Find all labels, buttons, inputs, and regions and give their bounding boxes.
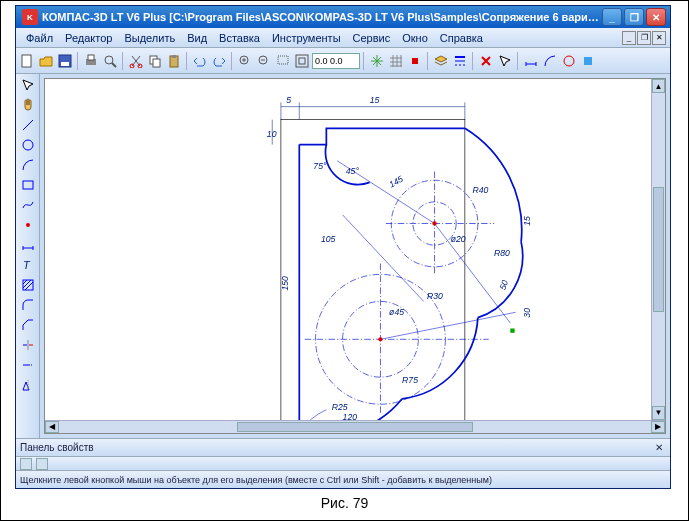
vertical-scrollbar[interactable]: ▲ ▼ <box>651 79 665 420</box>
layer-icon[interactable] <box>432 52 450 70</box>
select-tool-icon[interactable] <box>19 76 37 94</box>
zoom-window-icon[interactable] <box>274 52 292 70</box>
separator-icon <box>427 52 429 70</box>
dim-icon[interactable] <box>522 52 540 70</box>
dim-tool-icon[interactable] <box>19 236 37 254</box>
side-toolbar: T <box>16 74 40 438</box>
redo-icon[interactable] <box>210 52 228 70</box>
vscroll-track[interactable] <box>652 93 665 406</box>
point-tool-icon[interactable] <box>19 216 37 234</box>
strip-btn-2[interactable] <box>36 458 48 470</box>
dim-120: 120 <box>343 412 358 419</box>
minimize-button[interactable]: _ <box>602 8 622 26</box>
pan-icon[interactable] <box>368 52 386 70</box>
hatch-tool-icon[interactable] <box>19 276 37 294</box>
panel-close-icon[interactable]: ✕ <box>652 442 666 453</box>
mirror-tool-icon[interactable] <box>19 376 37 394</box>
svg-point-31 <box>23 140 33 150</box>
strip-btn-1[interactable] <box>20 458 32 470</box>
text-tool-icon[interactable]: T <box>19 256 37 274</box>
close-button[interactable]: ✕ <box>646 8 666 26</box>
mdi-buttons: _ ❐ ✕ <box>622 31 666 45</box>
horizontal-scrollbar[interactable]: ◀ ▶ <box>45 420 665 434</box>
misc-icon[interactable] <box>560 52 578 70</box>
menu-help[interactable]: Справка <box>434 30 489 46</box>
menu-edit[interactable]: Редактор <box>59 30 118 46</box>
svg-point-33 <box>26 223 30 227</box>
dim-right-15: 15 <box>522 216 532 226</box>
save-icon[interactable] <box>56 52 74 70</box>
zoom-out-icon[interactable] <box>255 52 273 70</box>
scroll-right-icon[interactable]: ▶ <box>651 421 665 434</box>
arc-icon[interactable] <box>541 52 559 70</box>
svg-rect-21 <box>412 58 418 64</box>
styles-icon[interactable] <box>451 52 469 70</box>
dim-top-width: 15 <box>370 95 380 105</box>
svg-rect-48 <box>281 120 465 420</box>
dim-r75: R75 <box>402 375 418 385</box>
menu-select[interactable]: Выделить <box>118 30 181 46</box>
coord-field[interactable]: 0.0 0.0 <box>312 53 360 69</box>
hand-tool-icon[interactable] <box>19 96 37 114</box>
status-bar: Щелкните левой кнопкой мыши на объекте д… <box>16 470 670 488</box>
mdi-close[interactable]: ✕ <box>652 31 666 45</box>
new-icon[interactable] <box>18 52 36 70</box>
dim-145: 145 <box>387 174 405 190</box>
svg-rect-12 <box>172 55 176 58</box>
window-buttons: _ ❐ ✕ <box>602 8 666 26</box>
menu-service[interactable]: Сервис <box>347 30 397 46</box>
menu-insert[interactable]: Вставка <box>213 30 266 46</box>
app-name: КОМПАС-3D LT V6 Plus <box>42 11 166 23</box>
spline-tool-icon[interactable] <box>19 196 37 214</box>
menu-file[interactable]: Файл <box>20 30 59 46</box>
vscroll-thumb[interactable] <box>653 187 664 312</box>
maximize-button[interactable]: ❐ <box>624 8 644 26</box>
snap-icon[interactable] <box>406 52 424 70</box>
dim-top-gap: 5 <box>286 95 291 105</box>
drawing-area[interactable]: 5 15 10 <box>45 79 651 420</box>
dim-50: 50 <box>497 279 510 292</box>
delete-icon[interactable] <box>477 52 495 70</box>
svg-rect-0 <box>22 55 31 67</box>
grid-icon[interactable] <box>387 52 405 70</box>
menu-view[interactable]: Вид <box>181 30 213 46</box>
svg-rect-38 <box>23 280 33 290</box>
paste-icon[interactable] <box>165 52 183 70</box>
preview-icon[interactable] <box>101 52 119 70</box>
fillet-tool-icon[interactable] <box>19 296 37 314</box>
svg-rect-10 <box>153 59 160 67</box>
hscroll-thumb[interactable] <box>237 422 474 433</box>
trim-tool-icon[interactable] <box>19 336 37 354</box>
app-window: K КОМПАС-3D LT V6 Plus [C:\Program Files… <box>15 5 671 489</box>
scroll-left-icon[interactable]: ◀ <box>45 421 59 434</box>
select-icon[interactable] <box>496 52 514 70</box>
line-tool-icon[interactable] <box>19 116 37 134</box>
hscroll-track[interactable] <box>59 421 651 434</box>
rect-tool-icon[interactable] <box>19 176 37 194</box>
scroll-up-icon[interactable]: ▲ <box>652 79 665 93</box>
dim-notch: 10 <box>267 129 277 139</box>
cut-icon[interactable] <box>127 52 145 70</box>
mdi-restore[interactable]: ❐ <box>637 31 651 45</box>
mdi-minimize[interactable]: _ <box>622 31 636 45</box>
arc-tool-icon[interactable] <box>19 156 37 174</box>
svg-point-28 <box>564 56 574 66</box>
canvas[interactable]: 5 15 10 <box>44 78 666 434</box>
svg-rect-19 <box>296 55 308 67</box>
copy-icon[interactable] <box>146 52 164 70</box>
print-icon[interactable] <box>82 52 100 70</box>
chamfer-tool-icon[interactable] <box>19 316 37 334</box>
properties-label: Панель свойств <box>20 442 94 453</box>
scroll-down-icon[interactable]: ▼ <box>652 406 665 420</box>
svg-rect-20 <box>299 58 305 64</box>
circle-tool-icon[interactable] <box>19 136 37 154</box>
misc2-icon[interactable] <box>579 52 597 70</box>
open-icon[interactable] <box>37 52 55 70</box>
menu-window[interactable]: Окно <box>396 30 434 46</box>
undo-icon[interactable] <box>191 52 209 70</box>
zoom-fit-icon[interactable] <box>293 52 311 70</box>
extend-tool-icon[interactable] <box>19 356 37 374</box>
zoom-in-icon[interactable] <box>236 52 254 70</box>
doc-path: [C:\Program Files\ASCON\KOMPAS-3D LT V6 … <box>169 11 602 23</box>
menu-tools[interactable]: Инструменты <box>266 30 347 46</box>
